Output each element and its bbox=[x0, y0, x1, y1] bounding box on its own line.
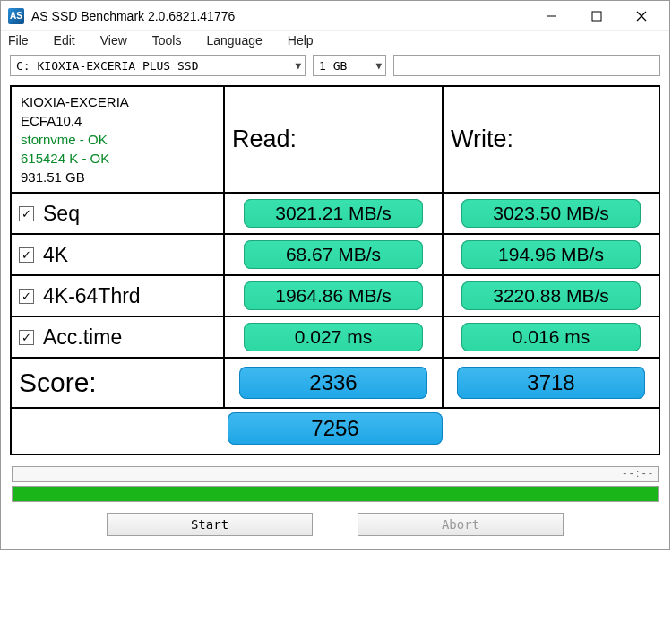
filter-input[interactable] bbox=[393, 55, 660, 76]
progress-area: - - : - - bbox=[1, 461, 669, 504]
seq-read: 3021.21 MB/s bbox=[244, 199, 423, 228]
maximize-icon bbox=[591, 11, 602, 22]
drive-info: KIOXIA-EXCERIA ECFA10.4 stornvme - OK 61… bbox=[10, 85, 223, 192]
label-acc: ✓ Acc.time bbox=[10, 317, 223, 357]
label-score: Score: bbox=[10, 359, 223, 407]
drive-driver: stornvme - OK bbox=[21, 130, 108, 149]
4k-read: 68.67 MB/s bbox=[244, 240, 423, 269]
progress-time: - - : - - bbox=[623, 467, 652, 480]
progress-bar-1: - - : - - bbox=[12, 466, 659, 482]
score-read: 2336 bbox=[239, 367, 427, 399]
menu-help[interactable]: Help bbox=[288, 33, 314, 48]
results-grid: KIOXIA-EXCERIA ECFA10.4 stornvme - OK 61… bbox=[10, 85, 660, 455]
close-button[interactable] bbox=[619, 4, 664, 29]
abort-button: Abort bbox=[358, 513, 564, 536]
app-icon: AS bbox=[8, 8, 24, 24]
4k-write: 194.96 MB/s bbox=[461, 240, 641, 269]
drive-select[interactable]: C: KIOXIA-EXCERIA PLUS SSD ▼ bbox=[10, 55, 306, 76]
label-seq-text: Seq bbox=[43, 202, 80, 226]
label-acc-text: Acc.time bbox=[43, 325, 122, 350]
menu-language[interactable]: Language bbox=[206, 33, 262, 48]
checkbox-4k64[interactable]: ✓ bbox=[19, 289, 34, 304]
4k64-read: 1964.86 MB/s bbox=[244, 281, 423, 310]
header-write: Write: bbox=[442, 85, 660, 192]
minimize-button[interactable] bbox=[530, 4, 574, 29]
row-4k: ✓ 4K 68.67 MB/s 194.96 MB/s bbox=[10, 235, 660, 276]
close-icon bbox=[636, 11, 647, 22]
score-write: 3718 bbox=[457, 367, 645, 399]
4k64-write: 3220.88 MB/s bbox=[461, 281, 641, 310]
drive-select-value: C: KIOXIA-EXCERIA PLUS SSD bbox=[16, 59, 199, 73]
header-row: KIOXIA-EXCERIA ECFA10.4 stornvme - OK 61… bbox=[10, 85, 660, 194]
titlebar: AS AS SSD Benchmark 2.0.6821.41776 bbox=[1, 1, 669, 31]
label-4k64-text: 4K-64Thrd bbox=[43, 284, 141, 308]
label-4k: ✓ 4K bbox=[10, 235, 223, 274]
drive-capacity: 931.51 GB bbox=[21, 168, 85, 186]
acc-read: 0.027 ms bbox=[244, 323, 423, 351]
label-4k-text: 4K bbox=[43, 243, 68, 267]
row-seq: ✓ Seq 3021.21 MB/s 3023.50 MB/s bbox=[10, 194, 660, 235]
row-acc: ✓ Acc.time 0.027 ms 0.016 ms bbox=[10, 317, 660, 359]
label-4k64: ✓ 4K-64Thrd bbox=[10, 276, 223, 316]
chevron-down-icon: ▼ bbox=[295, 60, 301, 72]
header-read: Read: bbox=[223, 85, 442, 192]
progress-bar-2 bbox=[12, 486, 659, 502]
checkbox-acc[interactable]: ✓ bbox=[19, 330, 34, 345]
size-select-value: 1 GB bbox=[319, 59, 347, 73]
app-window: AS AS SSD Benchmark 2.0.6821.41776 File … bbox=[0, 0, 670, 550]
drive-firmware: ECFA10.4 bbox=[21, 111, 82, 130]
row-4k64: ✓ 4K-64Thrd 1964.86 MB/s 3220.88 MB/s bbox=[10, 276, 660, 317]
label-seq: ✓ Seq bbox=[10, 194, 223, 233]
seq-write: 3023.50 MB/s bbox=[461, 199, 641, 228]
score-total: 7256 bbox=[228, 412, 443, 445]
window-title: AS SSD Benchmark 2.0.6821.41776 bbox=[31, 9, 530, 23]
drive-model: KIOXIA-EXCERIA bbox=[21, 92, 129, 111]
acc-write: 0.016 ms bbox=[461, 323, 641, 351]
checkbox-4k[interactable]: ✓ bbox=[19, 247, 34, 263]
svg-rect-1 bbox=[592, 12, 601, 21]
checkbox-seq[interactable]: ✓ bbox=[19, 206, 34, 221]
menu-file[interactable]: File bbox=[8, 33, 29, 48]
window-controls bbox=[530, 4, 664, 29]
drive-alignment: 615424 K - OK bbox=[21, 149, 109, 168]
chevron-down-icon: ▼ bbox=[375, 60, 382, 72]
menu-edit[interactable]: Edit bbox=[54, 33, 75, 48]
toolbar: C: KIOXIA-EXCERIA PLUS SSD ▼ 1 GB ▼ bbox=[1, 53, 669, 82]
button-row: Start Abort bbox=[1, 504, 669, 549]
start-button[interactable]: Start bbox=[107, 513, 313, 536]
minimize-icon bbox=[547, 11, 557, 22]
row-total: 7256 bbox=[10, 409, 660, 455]
menu-tools[interactable]: Tools bbox=[152, 33, 182, 48]
menubar: File Edit View Tools Language Help bbox=[1, 31, 669, 53]
row-score: Score: 2336 3718 bbox=[10, 359, 660, 409]
menu-view[interactable]: View bbox=[100, 33, 127, 48]
maximize-button[interactable] bbox=[574, 4, 619, 29]
size-select[interactable]: 1 GB ▼ bbox=[313, 55, 386, 76]
